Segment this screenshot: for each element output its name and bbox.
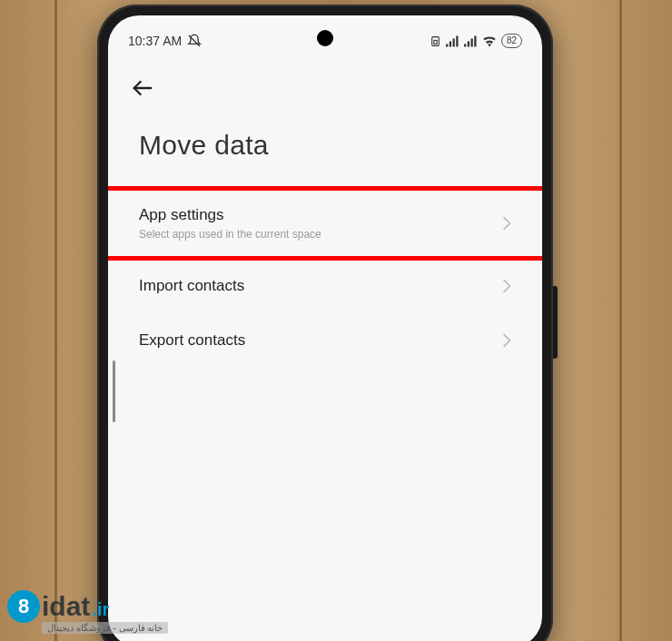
list-item-export-contacts[interactable]: Export contacts bbox=[108, 313, 542, 368]
settings-list: App settings Select apps used in the cur… bbox=[108, 188, 542, 368]
svg-rect-9 bbox=[470, 38, 472, 46]
phone-frame: 10:37 AM bbox=[97, 5, 553, 641]
svg-rect-2 bbox=[434, 40, 437, 44]
sim-card-icon bbox=[430, 35, 441, 47]
chevron-right-icon bbox=[502, 216, 511, 231]
chevron-right-icon bbox=[502, 279, 511, 293]
background-wood-seam bbox=[54, 0, 57, 641]
svg-rect-8 bbox=[468, 41, 469, 46]
chevron-right-icon bbox=[502, 333, 511, 348]
item-subtitle: Select apps used in the current space bbox=[139, 228, 321, 241]
battery-indicator: 82 bbox=[501, 34, 522, 48]
item-title: App settings bbox=[139, 206, 321, 224]
list-item-import-contacts[interactable]: Import contacts bbox=[108, 259, 542, 313]
watermark-tagline: خانه فارسی - فروشگاه دیجیتال bbox=[42, 622, 168, 634]
signal-icon bbox=[446, 35, 460, 47]
svg-rect-6 bbox=[456, 35, 458, 46]
signal-icon bbox=[464, 35, 478, 47]
camera-notch bbox=[317, 30, 333, 46]
page-title: Move data bbox=[108, 110, 542, 188]
svg-rect-7 bbox=[464, 44, 466, 46]
svg-rect-1 bbox=[432, 36, 440, 45]
item-title: Import contacts bbox=[139, 277, 244, 295]
svg-rect-10 bbox=[474, 35, 476, 46]
watermark-brand: idat.ir bbox=[42, 593, 168, 620]
back-arrow-icon[interactable] bbox=[130, 75, 155, 101]
toolbar bbox=[108, 59, 542, 110]
phone-side-button bbox=[553, 286, 558, 359]
svg-rect-5 bbox=[452, 38, 454, 46]
list-item-app-settings[interactable]: App settings Select apps used in the cur… bbox=[108, 188, 542, 259]
wifi-icon bbox=[482, 35, 497, 47]
watermark-logo: 8 bbox=[7, 590, 40, 623]
svg-rect-4 bbox=[450, 41, 451, 46]
dnd-icon bbox=[187, 34, 202, 48]
item-title: Export contacts bbox=[139, 331, 245, 350]
scroll-indicator bbox=[113, 360, 115, 422]
status-time: 10:37 AM bbox=[128, 34, 182, 48]
watermark: 8 idat.ir خانه فارسی - فروشگاه دیجیتال bbox=[7, 590, 168, 634]
svg-rect-3 bbox=[446, 44, 448, 46]
phone-screen: 10:37 AM bbox=[108, 15, 542, 641]
background-wood-seam bbox=[619, 0, 622, 641]
